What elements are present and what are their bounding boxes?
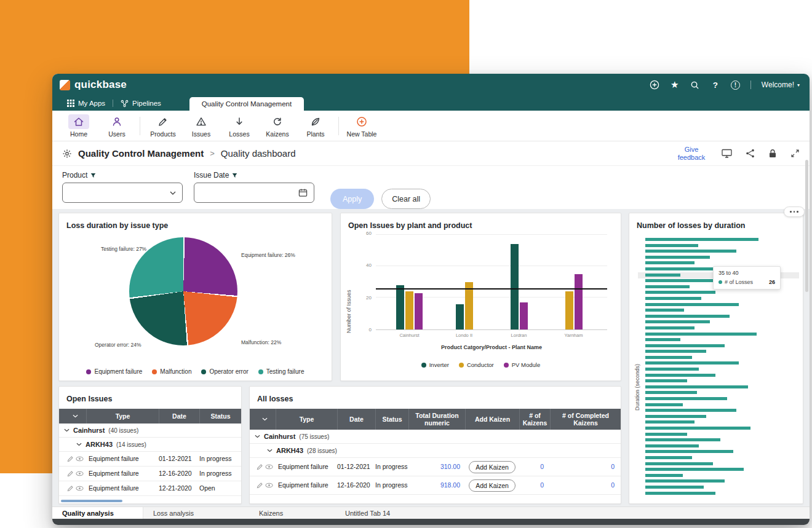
add-icon[interactable] [650, 80, 659, 90]
duration-bar[interactable] [645, 291, 715, 294]
tab-kaizens[interactable]: Kaizens [249, 507, 335, 519]
toolbar-item-home[interactable]: Home [60, 114, 98, 138]
duration-bar[interactable] [645, 368, 699, 371]
nav-pipelines[interactable]: Pipelines [113, 96, 169, 111]
alert-icon[interactable]: ! [731, 81, 740, 90]
table-row[interactable]: Equipment failure 01-12-2021 In progress… [250, 458, 621, 476]
duration-bar[interactable] [645, 350, 706, 353]
help-icon[interactable]: ? [710, 80, 720, 90]
edit-icon[interactable] [67, 470, 74, 477]
toolbar-item-products[interactable]: Products [144, 114, 182, 138]
column-header-date[interactable]: Date [159, 409, 199, 424]
toolbar-item-losses[interactable]: Losses [220, 114, 258, 138]
bar-inverter[interactable] [511, 244, 519, 330]
view-icon[interactable] [76, 456, 84, 462]
share-icon[interactable] [746, 149, 755, 158]
duration-bar[interactable] [645, 427, 750, 430]
duration-bar[interactable] [645, 415, 706, 418]
duration-bar[interactable] [645, 433, 687, 436]
duration-bar[interactable] [645, 462, 713, 465]
duration-bar[interactable] [645, 474, 683, 477]
total-duration-value[interactable]: 918.00 [408, 481, 465, 489]
bar-conductor[interactable] [565, 291, 573, 329]
duration-bar[interactable] [645, 468, 744, 471]
duration-bar[interactable] [645, 361, 739, 364]
more-options-button[interactable] [784, 207, 805, 217]
duration-bar[interactable] [645, 238, 758, 241]
tab-quality-control-management[interactable]: Quality Control Management [189, 97, 304, 111]
view-icon[interactable] [76, 486, 84, 491]
column-header-total-duration[interactable]: Total Duration numeric [408, 409, 465, 430]
group-row[interactable]: Cainhurst (75 issues) [250, 430, 621, 444]
bar-inverter[interactable] [456, 304, 464, 329]
clear-all-button[interactable]: Clear all [381, 189, 431, 209]
view-icon[interactable] [265, 483, 273, 488]
duration-bar[interactable] [645, 338, 680, 341]
present-icon[interactable] [722, 149, 732, 158]
toolbar-item-new-table[interactable]: New Table [343, 114, 381, 138]
expand-icon[interactable] [790, 149, 800, 158]
duration-bar[interactable] [645, 438, 720, 441]
duration-bar[interactable] [645, 333, 757, 336]
duration-bar[interactable] [645, 450, 733, 453]
toolbar-item-kaizens[interactable]: Kaizens [258, 114, 297, 138]
column-header-add-kaizen[interactable]: Add Kaizen [465, 409, 519, 430]
tab-untitled-14[interactable]: Untitled Tab 14 [335, 507, 440, 519]
bar-pv-module[interactable] [415, 293, 423, 329]
duration-bar[interactable] [645, 374, 715, 377]
add-kaizen-button[interactable]: Add Kaizen [469, 479, 515, 492]
duration-bar[interactable] [645, 320, 710, 323]
duration-bar[interactable] [645, 250, 736, 253]
column-header-date[interactable]: Date [337, 409, 375, 430]
tab-quality-analysis[interactable]: Quality analysis [52, 507, 143, 519]
view-icon[interactable] [76, 471, 84, 476]
edit-icon[interactable] [67, 455, 74, 462]
duration-bar[interactable] [645, 315, 730, 318]
apply-button[interactable]: Apply [330, 189, 374, 209]
star-icon[interactable]: ★ [670, 80, 680, 90]
duration-bar[interactable] [645, 486, 704, 489]
completed-kaizen-count[interactable]: 0 [550, 463, 621, 471]
table-row[interactable]: Equipment failure 12-21-2020 Open [59, 481, 241, 496]
column-header-type[interactable]: Type [276, 409, 337, 430]
total-duration-value[interactable]: 310.00 [408, 463, 465, 471]
column-header-type[interactable]: Type [86, 409, 159, 424]
duration-bar[interactable] [645, 344, 725, 347]
duration-bar[interactable] [645, 297, 701, 300]
gear-icon[interactable] [62, 149, 72, 159]
lock-icon[interactable] [768, 149, 777, 158]
duration-bar[interactable] [645, 244, 698, 247]
collapse-all-header[interactable] [59, 409, 86, 424]
duration-bar[interactable] [645, 356, 692, 359]
duration-bar[interactable] [645, 420, 695, 424]
column-header-status[interactable]: Status [375, 409, 408, 430]
edit-icon[interactable] [67, 485, 74, 492]
duration-bar[interactable] [645, 326, 695, 329]
collapse-all-header[interactable] [250, 409, 276, 430]
duration-bar[interactable] [645, 385, 748, 388]
duration-bar[interactable] [645, 492, 715, 495]
duration-bar[interactable] [645, 403, 683, 406]
column-header-kaizens[interactable]: # of Kaizens [519, 409, 550, 430]
bar-pv-module[interactable] [520, 302, 528, 329]
duration-bar[interactable] [645, 261, 695, 264]
subgroup-row[interactable]: ARKH43 (28 issues) [250, 444, 621, 458]
pie-chart[interactable] [129, 237, 237, 345]
group-row[interactable]: Cainhurst (40 issues) [59, 424, 241, 438]
duration-bar[interactable] [645, 391, 697, 394]
issue-date-input[interactable] [194, 183, 314, 203]
welcome-menu[interactable]: Welcome! ▾ [762, 81, 800, 89]
give-feedback-link[interactable]: Give feedback [675, 146, 708, 161]
subgroup-row[interactable]: ARKH43 (14 issues) [59, 438, 241, 452]
duration-bar[interactable] [645, 274, 680, 277]
duration-bar[interactable] [645, 456, 692, 459]
duration-bar[interactable] [645, 309, 684, 312]
duration-bar[interactable] [645, 379, 687, 382]
toolbar-item-plants[interactable]: Plants [297, 114, 335, 138]
kaizen-count[interactable]: 0 [519, 463, 550, 471]
bar-pv-module[interactable] [575, 274, 583, 329]
app-title[interactable]: Quality Control Management [78, 148, 204, 159]
search-icon[interactable] [690, 80, 700, 90]
toolbar-item-users[interactable]: Users [98, 114, 136, 138]
column-header-completed-kaizens[interactable]: # of Completed Kaizens [550, 409, 621, 430]
